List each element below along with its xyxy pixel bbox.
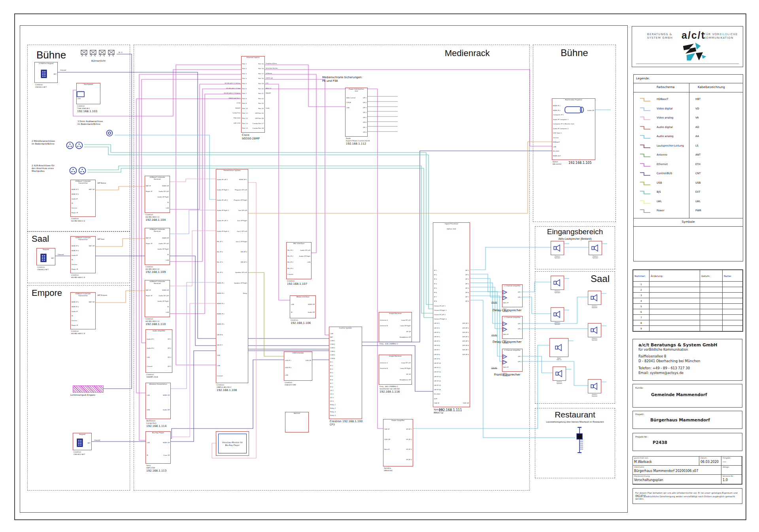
annotation-8: Medienschrank-Sicherungen: P6 und P38 xyxy=(322,76,363,83)
jack-socket-icon xyxy=(106,130,113,137)
company-addr2: D - 82041 Oberhaching bei München xyxy=(638,359,700,363)
decor xyxy=(80,146,81,147)
device-label: Crestron xyxy=(217,384,224,386)
port-label: Port 20 xyxy=(258,88,264,90)
port-label: Port 2 xyxy=(242,68,247,70)
device-label: Crestron xyxy=(77,105,85,107)
legend-cable-code: PWR xyxy=(695,209,701,212)
port-label: IR 2 xyxy=(330,365,333,367)
port-label: Port 22 xyxy=(258,98,264,100)
legend-line-sample xyxy=(639,181,651,186)
port-label: Port 17 xyxy=(258,73,264,75)
annotation-18: 230 VAC xyxy=(491,301,497,303)
device-label: 192.168.1.107 xyxy=(287,282,307,286)
legend-line-sample xyxy=(639,163,651,167)
decor xyxy=(70,144,71,145)
port-label: GPI IP 4 xyxy=(434,336,440,338)
port-label: USB xyxy=(77,98,81,100)
legend-row-AA: Audio analogAA xyxy=(634,134,743,143)
port-label: HDMI OP xyxy=(162,237,169,239)
projekt-nr-label: Projekt-Nr.: xyxy=(635,435,648,438)
device-rx-empore: HDBaseT ExtenderReceiverHBT IPPower IPHD… xyxy=(145,280,170,317)
speaker-label-line: Speaker xyxy=(585,395,604,397)
port-label: TCP/IP xyxy=(346,102,351,103)
device-label: HD-MD-400-C-E xyxy=(71,333,85,335)
device-label: 192.168.1.108 xyxy=(217,389,237,392)
port-label: GPI OP 6 xyxy=(463,344,469,346)
port-label: Combo Port 28 xyxy=(253,127,264,129)
device-title-line: 2 Channel Amplifier xyxy=(502,317,522,319)
schematic-page: BühneSaalEmporeMedienrackBühneEingangsbe… xyxy=(0,0,759,532)
revision-cell xyxy=(649,326,700,331)
keypad-icon xyxy=(40,69,47,79)
port-label: LAN xyxy=(553,146,556,148)
device-tx-buehne: HDBaseT ExtenderTransmitterHDMI IP 1HDMI… xyxy=(70,180,96,217)
legend-row-VD: Video digitalVD xyxy=(634,106,743,115)
port-label: Mic IP 2 xyxy=(217,251,223,253)
revision-cell xyxy=(723,326,743,331)
legend-cable-name: Lautsprecher-Leitung xyxy=(657,144,684,147)
port-label: IR xyxy=(72,259,73,261)
port-label: IP 6 xyxy=(434,291,437,293)
projector-icon xyxy=(564,105,585,115)
device-netzteil: Netzteil xyxy=(285,412,309,432)
device-title: Presentation System xyxy=(216,170,248,172)
port-label: GPI IP 12 xyxy=(434,371,441,373)
port-label: Port 13 xyxy=(242,122,248,124)
port-label: Mic IP 3 xyxy=(287,261,293,263)
port-label: HDMI IP 5 xyxy=(217,323,224,325)
legend-row-USB: USBUSB xyxy=(634,180,743,189)
decor: 6 xyxy=(633,309,743,315)
plan-info-value: 06.03.2020 xyxy=(700,460,719,464)
port-label: Port 9 xyxy=(242,102,247,104)
port-label: SFP Port 26 xyxy=(255,117,264,119)
device-label: 192.168.1.104 xyxy=(145,218,166,222)
port-label: Power IP xyxy=(72,268,78,270)
area-title-saal-right: Saal xyxy=(591,273,610,284)
speaker-label: GenericSpeaker xyxy=(586,256,605,259)
device-amp-front: 2 Channel AmplifierIP 1IP 2Netz IPOP 1OP… xyxy=(502,349,523,372)
port-label: YDIF IP xyxy=(384,428,389,430)
port-wire-tag: DMPS3-4K xyxy=(266,77,273,79)
revision-number: 5 xyxy=(633,304,649,309)
plan-info-label: Planbezeichnung: xyxy=(634,475,650,477)
port-label: Port 5 xyxy=(242,83,247,85)
device-title: Single Receiver xyxy=(379,313,412,315)
kunde-value: Gemeinde Mammendorf xyxy=(651,392,707,397)
port-label: Aux 2 OP Right xyxy=(236,241,247,243)
annotation-19: 230 VAC xyxy=(491,334,497,336)
port-label: NET xyxy=(53,73,57,75)
port-label: COM 6 xyxy=(330,357,335,359)
decor xyxy=(556,245,560,251)
revision-header: Änderung: xyxy=(649,270,700,282)
port-label: OP 4 xyxy=(168,365,171,367)
revision-number: 8 xyxy=(633,320,649,326)
decor xyxy=(72,171,73,172)
device-power-amplifier: Power AmplifierYDIF IPYDIF OPNetz IPSP O… xyxy=(383,419,413,466)
decor xyxy=(78,442,79,442)
port-label: Speaker OP Right xyxy=(234,282,247,284)
decor xyxy=(591,329,593,332)
device-dmps: Presentation SystemAudio IP Left 1Audio … xyxy=(216,169,248,383)
port-label: YDIF IP xyxy=(434,402,439,404)
port-label: Audio OP xyxy=(308,311,315,313)
decor xyxy=(556,372,558,375)
revision-header: Nummer: xyxy=(633,270,649,282)
revision-cell xyxy=(700,315,723,320)
device-title-line: Transmitter xyxy=(71,182,95,184)
port-label: Speaker OP Left xyxy=(235,271,247,273)
kunde-box: Kunde: Gemeinde Mammendorf xyxy=(632,384,742,408)
annotation-6: 2 Mikrofonanschlüsse im Bodentank/Bühne xyxy=(32,140,55,145)
revision-cell xyxy=(649,315,700,320)
plan-info-label: Dateiname: xyxy=(634,466,645,468)
port-label: IR xyxy=(72,315,73,317)
port-label: COM 2 xyxy=(330,343,335,345)
port-label: I/O 1 xyxy=(330,389,334,391)
speaker-spk-saal-5: GenericSpeaker xyxy=(553,367,566,381)
port-wire-tag: Projektor Bühne xyxy=(266,63,277,64)
device-mic-interface: MIC InterfaceMic IP 1Mic IP 2Mic IP 3Mic… xyxy=(286,242,312,279)
port-label: Audio IP Left 3 xyxy=(217,220,228,222)
legend-cable-name: USB xyxy=(657,181,662,184)
plan-info-cell: Datum:06.03.2020 xyxy=(699,457,721,466)
device-xlr-mikrofon xyxy=(66,141,84,149)
